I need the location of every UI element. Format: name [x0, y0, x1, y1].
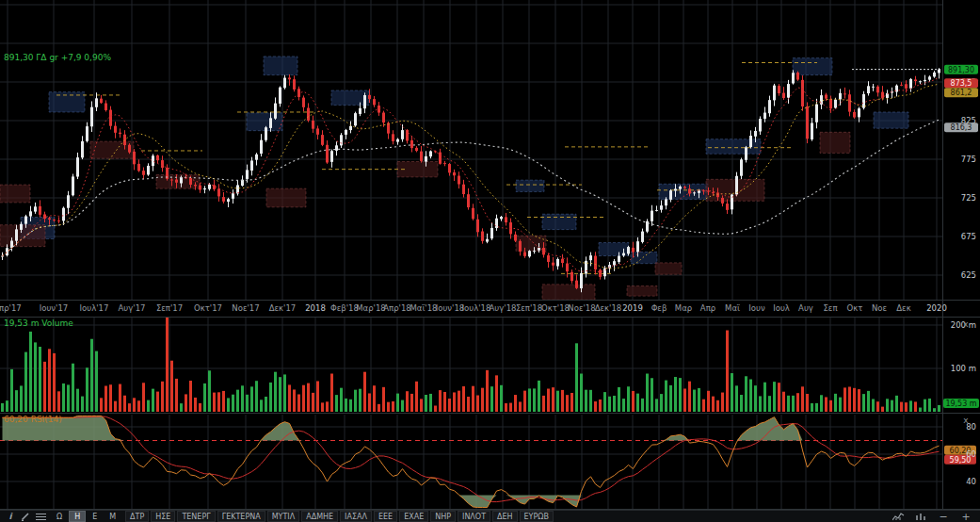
ma-red-badge: 873,5 — [951, 79, 972, 88]
ma-yellow-badge: 861,2 — [951, 89, 972, 97]
ma-white-badge: 816,3 — [944, 122, 978, 132]
chart-type-icon[interactable] — [892, 512, 905, 522]
time-axis-label: Φεβ — [651, 303, 667, 313]
time-axis-label: Σεπ'17 — [156, 303, 183, 313]
time-axis-label: Σεπ — [823, 303, 837, 313]
time-axis-label: Φεβ'18 — [330, 303, 359, 313]
time-axis-label: Οκτ'17 — [194, 303, 222, 313]
time-axis-label: Δεκ'17 — [269, 303, 297, 313]
time-axis-label: Δεκ'18 — [595, 303, 622, 313]
rsi-pane-close-button[interactable]: x — [963, 416, 969, 425]
chart-canvas[interactable]: 875825775725675625891,30873,5861,2816,31… — [0, 0, 980, 510]
time-axis-label: Σεπ'18 — [516, 303, 542, 313]
zoom-out-icon[interactable]: − — [937, 512, 950, 522]
axis-label: 775 — [961, 155, 976, 164]
axis-label: 100 m — [951, 364, 976, 373]
time-axis-label: Αυγ'18 — [490, 303, 517, 313]
axis-label: 725 — [961, 193, 976, 203]
ticker-ΓΕΚΤΕΡΝΑ[interactable]: ΓΕΚΤΕΡΝΑ — [217, 511, 265, 522]
ticker-buttons: ΔΤΡΗΣΕΤΕΝΕΡΓΓΕΚΤΕΡΝΑΜΥΤΙΛΑΔΜΗΕΙΑΣΑΛΕΕΕΕΧ… — [125, 511, 554, 522]
zoom-in-icon[interactable]: + — [959, 512, 972, 522]
timeframe-Η[interactable]: Η — [69, 511, 86, 522]
volume-badge: 19,53 m — [945, 400, 976, 408]
time-axis-label: 2019 — [622, 303, 643, 313]
time-axis-label: Ιουλ'17 — [80, 303, 109, 313]
indicators-list-icon[interactable] — [34, 512, 47, 522]
time-axis-label: Ιουν — [748, 303, 765, 313]
ticker-ΕΧΑΕ[interactable]: ΕΧΑΕ — [399, 511, 428, 522]
ticker-ΔΤΡ[interactable]: ΔΤΡ — [125, 511, 149, 522]
timeframe-Μ[interactable]: Μ — [104, 511, 121, 522]
time-axis-label: Νοε'18 — [568, 303, 595, 313]
time-axis-label: Νοε'17 — [232, 303, 259, 313]
time-axis-label: Απρ'17 — [0, 303, 22, 313]
time-axis-label: Αυγ'17 — [119, 303, 146, 313]
ticker-ΝΗΡ[interactable]: ΝΗΡ — [430, 511, 456, 522]
ma-red-badge: 873,5 — [944, 78, 978, 88]
ticker-ΕΥΡΩΒ[interactable]: ΕΥΡΩΒ — [520, 511, 554, 522]
trading-platform-window: 875825775725675625891,30873,5861,2816,31… — [0, 0, 980, 522]
time-axis-label: Οκτ'18 — [541, 303, 570, 313]
timeframe-Ε[interactable]: Ε — [87, 511, 103, 522]
axis-label: 60 — [966, 449, 976, 459]
time-axis-label: 2020 — [926, 303, 947, 313]
info-icon[interactable]: i — [4, 512, 17, 522]
time-axis-label: Απρ — [700, 303, 715, 313]
volume-pane-close-button[interactable]: x — [963, 319, 969, 329]
last-price-badge: 891,30 — [948, 66, 974, 74]
draw-pencil-icon[interactable] — [19, 512, 32, 522]
time-axis: Απρ'17Ιουν'17Ιουλ'17Αυγ'17Σεπ'17Οκτ'17Νο… — [0, 303, 947, 313]
ticker-ΕΕΕ[interactable]: ΕΕΕ — [374, 511, 397, 522]
time-axis-label: Ιουν'17 — [40, 303, 69, 313]
toolbar-left-icons: i — [4, 512, 47, 522]
ticker-ΗΣΕ[interactable]: ΗΣΕ — [151, 511, 175, 522]
last-price-badge: 891,30 — [944, 65, 978, 74]
ticker-ΔΕΗ[interactable]: ΔΕΗ — [492, 511, 518, 522]
time-axis-label: Οκτ — [847, 303, 863, 313]
timeframe-Ω[interactable]: Ω — [51, 511, 68, 522]
time-axis-label: Ιουν'18 — [436, 303, 465, 313]
time-axis-label: Μαρ'18 — [356, 303, 386, 313]
ticker-ΜΥΤΙΛ[interactable]: ΜΥΤΙΛ — [267, 511, 300, 522]
axis-label: 625 — [961, 270, 976, 280]
bottom-toolbar: i ΩΗΕΜ ΔΤΡΗΣΕΤΕΝΕΡΓΓΕΚΤΕΡΝΑΜΥΤΙΛΑΔΜΗΕΙΑΣ… — [0, 510, 980, 522]
axis-label: 40 — [966, 477, 976, 486]
ticker-ΙΝΛΟΤ[interactable]: ΙΝΛΟΤ — [458, 511, 490, 522]
time-axis-label: Αυγ — [798, 303, 813, 313]
timeframe-buttons: ΩΗΕΜ — [51, 511, 121, 522]
time-axis-label: Ιουλ'18 — [462, 303, 491, 313]
time-axis-label: Ιουλ — [773, 303, 790, 313]
volume-badge: 19,53 m — [943, 399, 979, 408]
time-axis-label: 2018 — [305, 303, 326, 313]
ticker-ΙΑΣΑΛ[interactable]: ΙΑΣΑΛ — [340, 511, 372, 522]
time-axis-label: Απρ'18 — [383, 303, 410, 313]
volume-indicator-icon[interactable] — [914, 512, 927, 522]
ticker-ΑΔΜΗΕ[interactable]: ΑΔΜΗΕ — [301, 511, 338, 522]
time-axis-label: Μαϊ'18 — [410, 303, 438, 313]
time-axis-label: Δεκ — [896, 303, 910, 313]
ma-yellow-badge: 861,2 — [944, 88, 978, 97]
ma-white-badge: 816,3 — [951, 123, 972, 132]
time-axis-label: Μαρ — [675, 303, 692, 313]
time-axis-label: Μαϊ — [725, 303, 740, 313]
toolbar-right-icons: −+ — [892, 512, 976, 522]
axis-label: 675 — [961, 232, 976, 241]
ticker-ΤΕΝΕΡΓ[interactable]: ΤΕΝΕΡΓ — [177, 511, 215, 522]
time-axis-label: Νοε — [872, 303, 888, 313]
